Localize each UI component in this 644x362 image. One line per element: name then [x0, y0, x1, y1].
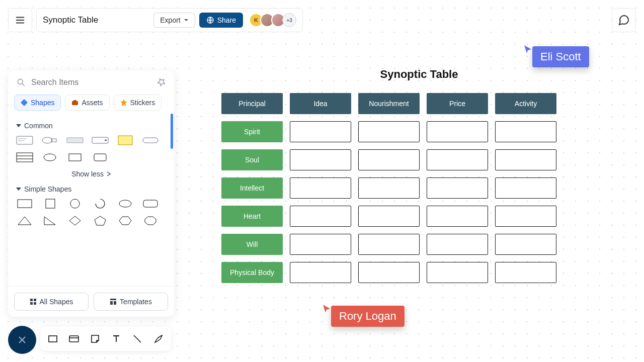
shape-thumb[interactable]: [92, 152, 109, 163]
table-cell[interactable]: [495, 177, 556, 199]
shape-triangle[interactable]: [16, 215, 33, 226]
table-cell[interactable]: [358, 206, 420, 227]
table-row-header[interactable]: Spirit: [221, 121, 283, 142]
close-icon: [17, 334, 28, 345]
table-row-header[interactable]: Soul: [221, 149, 283, 170]
shape-right-triangle[interactable]: [41, 215, 58, 226]
table-cell[interactable]: [290, 206, 351, 227]
svg-rect-13: [67, 138, 83, 143]
shape-hexagon[interactable]: [117, 215, 134, 226]
section-label: Common: [24, 122, 53, 130]
tool-pen[interactable]: [151, 331, 166, 346]
table-cell[interactable]: [358, 234, 420, 255]
panel-scroll-area[interactable]: Common Show less Simple Shapes: [8, 114, 174, 286]
table-column-header[interactable]: Activity: [495, 93, 556, 114]
table-cell[interactable]: [290, 262, 351, 283]
table-cell[interactable]: [290, 149, 351, 170]
svg-rect-7: [73, 100, 76, 102]
svg-point-27: [119, 200, 131, 207]
svg-rect-25: [46, 199, 55, 208]
shape-pentagon[interactable]: [92, 215, 109, 226]
shape-thumb[interactable]: [117, 135, 134, 146]
avatar-overflow: +3: [282, 13, 296, 27]
shape-octagon[interactable]: [142, 215, 159, 226]
collaborator-avatars[interactable]: K +3: [249, 13, 296, 27]
grid-icon: [30, 298, 37, 305]
show-less-toggle[interactable]: Show less: [16, 170, 166, 178]
star-icon: [120, 99, 127, 106]
shape-thumb[interactable]: [41, 135, 58, 146]
table-column-header[interactable]: Idea: [290, 93, 351, 114]
table-cell[interactable]: [290, 121, 351, 142]
hamburger-icon: [15, 15, 26, 26]
shape-rectangle[interactable]: [16, 198, 33, 209]
shape-diamond[interactable]: [66, 215, 84, 226]
close-fab[interactable]: [8, 326, 36, 354]
scrollbar-thumb[interactable]: [171, 114, 173, 149]
section-simple[interactable]: Simple Shapes: [16, 185, 166, 193]
table-cell[interactable]: [427, 149, 488, 170]
tab-shapes[interactable]: Shapes: [14, 95, 61, 111]
templates-button[interactable]: Templates: [94, 293, 168, 311]
table-cell[interactable]: [358, 262, 420, 283]
shape-thumb[interactable]: [16, 152, 33, 163]
table-cell[interactable]: [427, 262, 488, 283]
shape-round-rect[interactable]: [142, 198, 159, 209]
table-cell[interactable]: [495, 121, 556, 142]
tool-card[interactable]: [66, 331, 82, 346]
table-cell[interactable]: [358, 121, 420, 142]
shape-thumb[interactable]: [92, 135, 109, 146]
table-cell[interactable]: [427, 234, 488, 255]
table-cell[interactable]: [427, 206, 488, 227]
section-common[interactable]: Common: [16, 122, 166, 130]
table-title[interactable]: Synoptic Table: [204, 68, 634, 81]
shape-square[interactable]: [41, 198, 58, 209]
table-row-header[interactable]: Heart: [221, 206, 283, 227]
comments-button[interactable]: [612, 8, 636, 32]
table-column-header[interactable]: Nourishment: [358, 93, 420, 114]
search-input[interactable]: [31, 78, 151, 87]
pin-icon[interactable]: [156, 77, 166, 87]
table-column-header[interactable]: Principal: [221, 93, 283, 114]
tool-text[interactable]: [109, 331, 124, 346]
svg-point-4: [18, 79, 23, 84]
tool-rectangle[interactable]: [45, 331, 60, 346]
table-cell[interactable]: [290, 177, 351, 199]
shape-thumb[interactable]: [66, 152, 84, 163]
tool-sticky[interactable]: [88, 331, 103, 346]
shape-circle[interactable]: [66, 198, 84, 209]
shape-arc[interactable]: [92, 198, 109, 209]
export-button[interactable]: Export: [153, 13, 195, 28]
shape-thumb[interactable]: [41, 152, 58, 163]
svg-rect-16: [118, 136, 132, 145]
table-cell[interactable]: [495, 234, 556, 255]
tab-assets[interactable]: Assets: [65, 95, 109, 111]
svg-rect-18: [17, 153, 33, 162]
table-cell[interactable]: [290, 234, 351, 255]
table-cell[interactable]: [427, 177, 488, 199]
all-shapes-button[interactable]: All Shapes: [14, 293, 89, 311]
shape-thumb[interactable]: [142, 135, 159, 146]
table-column-header[interactable]: Price: [427, 93, 488, 114]
synoptic-table[interactable]: PrincipalIdeaNourishmentPriceActivitySpi…: [221, 93, 634, 283]
svg-rect-31: [30, 302, 33, 305]
shape-ellipse[interactable]: [117, 198, 134, 209]
shape-thumb[interactable]: [66, 135, 84, 146]
svg-point-21: [44, 154, 56, 161]
table-cell[interactable]: [495, 149, 556, 170]
table-row-header[interactable]: Physical Body: [221, 262, 283, 283]
table-row-header[interactable]: Will: [221, 234, 283, 255]
tool-line[interactable]: [130, 331, 145, 346]
canvas-area[interactable]: Synoptic Table PrincipalIdeaNourishmentP…: [181, 40, 634, 352]
share-button[interactable]: Share: [199, 13, 243, 28]
table-cell[interactable]: [358, 149, 420, 170]
document-title[interactable]: Synoptic Table: [43, 15, 153, 25]
tab-stickers[interactable]: Stickers: [114, 95, 162, 111]
table-row-header[interactable]: Intellect: [221, 177, 283, 199]
table-cell[interactable]: [495, 206, 556, 227]
table-cell[interactable]: [358, 177, 420, 199]
table-cell[interactable]: [495, 262, 556, 283]
shape-thumb[interactable]: [16, 135, 33, 146]
table-cell[interactable]: [427, 121, 488, 142]
main-menu-button[interactable]: [8, 8, 32, 32]
